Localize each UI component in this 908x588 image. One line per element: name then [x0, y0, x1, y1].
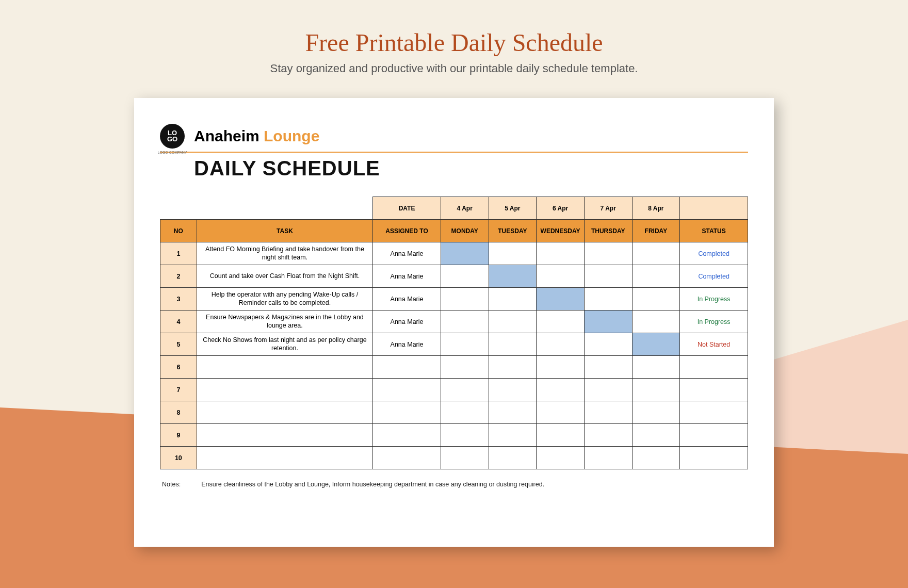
day-cell: [441, 424, 489, 447]
status-cell: Not Started: [680, 333, 748, 356]
assigned-cell: Anna Marie: [373, 265, 441, 288]
task-cell: Help the operator with any pending Wake-…: [197, 288, 372, 311]
table-row: 10: [160, 447, 748, 469]
task-cell: Attend FO Morning Briefing and take hand…: [197, 242, 372, 265]
day-cell: [584, 379, 632, 401]
day-cell: [489, 447, 537, 469]
day-cell: [632, 424, 680, 447]
page-title: Free Printable Daily Schedule: [0, 28, 908, 57]
table-row: 9: [160, 424, 748, 447]
assigned-cell: Anna Marie: [373, 242, 441, 265]
task-cell: [197, 447, 372, 469]
task-cell: [197, 356, 372, 379]
notes-label: Notes:: [162, 481, 181, 488]
status-cell: In Progress: [680, 311, 748, 333]
document-preview: LO GO LOGO COMPANY Anaheim Lounge DAILY …: [134, 98, 774, 547]
task-header: TASK: [197, 220, 372, 242]
schedule-table: DATE4 Apr5 Apr6 Apr7 Apr8 AprNOTASKASSIG…: [160, 197, 748, 469]
day-cell: [584, 265, 632, 288]
day-cell: [537, 333, 585, 356]
day-cell: [537, 356, 585, 379]
day-cell: [584, 288, 632, 311]
day-cell: [537, 379, 585, 401]
date-cell: 4 Apr: [441, 197, 489, 220]
table-row: 8: [160, 401, 748, 424]
day-header: FRIDAY: [632, 220, 680, 242]
status-cell: [680, 401, 748, 424]
row-number: 9: [160, 424, 197, 447]
day-cell: [584, 356, 632, 379]
assigned-cell: [373, 379, 441, 401]
assigned-cell: [373, 401, 441, 424]
status-cell: [680, 424, 748, 447]
day-cell: [537, 288, 585, 311]
day-cell: [441, 311, 489, 333]
date-cell: 7 Apr: [584, 197, 632, 220]
notes-row: Notes: Ensure cleanliness of the Lobby a…: [160, 481, 748, 488]
day-cell: [632, 356, 680, 379]
date-cell: 6 Apr: [537, 197, 585, 220]
status-cell: [680, 379, 748, 401]
status-cell: [680, 356, 748, 379]
day-cell: [489, 242, 537, 265]
task-cell: Check No Shows from last night and as pe…: [197, 333, 372, 356]
assigned-header: ASSIGNED TO: [373, 220, 441, 242]
day-cell: [441, 242, 489, 265]
day-cell: [584, 333, 632, 356]
assigned-cell: Anna Marie: [373, 288, 441, 311]
status-cell: Completed: [680, 242, 748, 265]
doc-title: DAILY SCHEDULE: [194, 157, 748, 180]
assigned-cell: [373, 424, 441, 447]
day-cell: [632, 242, 680, 265]
day-cell: [489, 424, 537, 447]
row-number: 6: [160, 356, 197, 379]
day-cell: [489, 311, 537, 333]
day-header: MONDAY: [441, 220, 489, 242]
date-status-empty: [680, 197, 748, 220]
day-cell: [441, 356, 489, 379]
table-row: 3Help the operator with any pending Wake…: [160, 288, 748, 311]
day-cell: [441, 379, 489, 401]
day-cell: [441, 333, 489, 356]
brand-part2: Lounge: [264, 127, 319, 144]
brand-name: Anaheim Lounge: [194, 127, 319, 145]
day-cell: [441, 265, 489, 288]
day-cell: [584, 242, 632, 265]
task-cell: [197, 424, 372, 447]
day-cell: [537, 265, 585, 288]
row-number: 5: [160, 333, 197, 356]
day-cell: [632, 401, 680, 424]
no-header: NO: [160, 220, 197, 242]
row-number: 8: [160, 401, 197, 424]
row-number: 2: [160, 265, 197, 288]
day-cell: [489, 356, 537, 379]
day-cell: [584, 311, 632, 333]
row-number: 1: [160, 242, 197, 265]
assigned-cell: [373, 447, 441, 469]
doc-header: LO GO LOGO COMPANY Anaheim Lounge: [160, 124, 748, 149]
status-cell: Completed: [680, 265, 748, 288]
day-cell: [632, 288, 680, 311]
date-cell: 5 Apr: [489, 197, 537, 220]
day-cell: [537, 242, 585, 265]
logo-subtext: LOGO COMPANY: [157, 151, 187, 155]
day-cell: [489, 401, 537, 424]
page-subtitle: Stay organized and productive with our p…: [0, 62, 908, 75]
status-header: STATUS: [680, 220, 748, 242]
task-cell: [197, 379, 372, 401]
assigned-cell: Anna Marie: [373, 333, 441, 356]
logo-line2: GO: [167, 136, 177, 142]
task-cell: Count and take over Cash Float from the …: [197, 265, 372, 288]
empty-cell: [160, 197, 197, 220]
task-cell: Ensure Newspapers & Magazines are in the…: [197, 311, 372, 333]
day-cell: [441, 288, 489, 311]
logo-icon: LO GO LOGO COMPANY: [160, 124, 185, 149]
row-number: 3: [160, 288, 197, 311]
day-cell: [489, 333, 537, 356]
day-cell: [632, 265, 680, 288]
day-cell: [489, 265, 537, 288]
day-header: THURSDAY: [584, 220, 632, 242]
day-cell: [632, 333, 680, 356]
day-cell: [441, 447, 489, 469]
status-cell: [680, 447, 748, 469]
